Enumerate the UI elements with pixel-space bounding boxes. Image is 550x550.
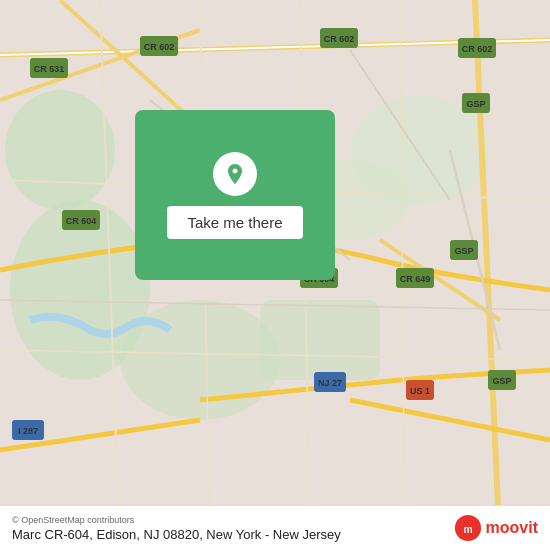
- bottom-left-info: © OpenStreetMap contributors Marc CR-604…: [12, 515, 341, 542]
- svg-text:CR 531: CR 531: [34, 64, 65, 74]
- svg-text:GSP: GSP: [492, 376, 511, 386]
- moovit-brand-text: moovit: [486, 519, 538, 537]
- svg-text:m: m: [463, 524, 472, 535]
- svg-text:CR 604: CR 604: [66, 216, 97, 226]
- svg-text:CR 602: CR 602: [462, 44, 493, 54]
- map-container: CR 531 CR 602 CR 602 CR 602 GSP CR 604 C…: [0, 0, 550, 550]
- svg-text:CR 602: CR 602: [324, 34, 355, 44]
- moovit-logo-icon: m: [454, 514, 482, 542]
- bottom-bar: © OpenStreetMap contributors Marc CR-604…: [0, 505, 550, 550]
- svg-point-1: [5, 90, 115, 210]
- moovit-logo: m moovit: [454, 514, 538, 542]
- svg-text:GSP: GSP: [454, 246, 473, 256]
- svg-text:GSP: GSP: [466, 99, 485, 109]
- svg-text:I 287: I 287: [18, 426, 38, 436]
- svg-text:CR 649: CR 649: [400, 274, 431, 284]
- svg-text:US 1: US 1: [410, 386, 430, 396]
- location-panel: Take me there: [135, 110, 335, 280]
- svg-rect-4: [260, 300, 380, 380]
- address-text: Marc CR-604, Edison, NJ 08820, New York …: [12, 527, 341, 542]
- svg-text:NJ 27: NJ 27: [318, 378, 342, 388]
- svg-line-12: [350, 400, 550, 440]
- location-marker-icon: [213, 152, 257, 196]
- map-attribution: © OpenStreetMap contributors: [12, 515, 341, 525]
- take-me-there-button[interactable]: Take me there: [167, 206, 302, 239]
- svg-text:CR 602: CR 602: [144, 42, 175, 52]
- svg-line-8: [475, 0, 500, 550]
